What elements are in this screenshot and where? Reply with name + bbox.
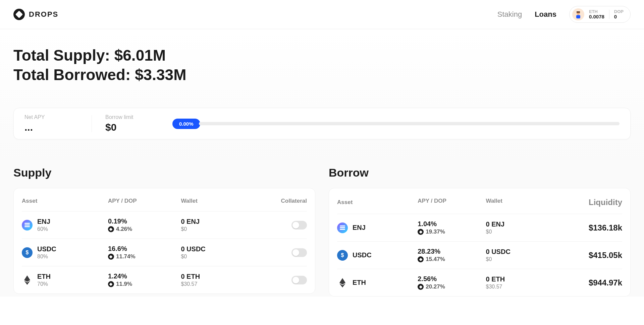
wallet-usd: $0 (181, 254, 260, 260)
asset-cell: ENJ (337, 222, 418, 233)
supply-row[interactable]: $USDC80%16.6%11.74%0 USDC$0 (22, 239, 307, 266)
wallet-cell: 0 ENJ$0 (181, 218, 260, 232)
wallet-amount: 0 ENJ (486, 220, 560, 228)
dop-value: 0 (614, 14, 624, 20)
net-apy-label: Net APY (24, 114, 78, 120)
dop-icon (418, 284, 424, 290)
eth-balance: ETH 0.0078 (589, 9, 604, 20)
supply-row[interactable]: ENJ60%0.19%4.26%0 ENJ$0 (22, 211, 307, 239)
svg-marker-3 (24, 275, 30, 282)
liquidity-cell: $415.05k (560, 251, 622, 260)
supply-header-asset: Asset (22, 198, 108, 204)
wallet-usd: $30.57 (486, 284, 560, 290)
wallet-amount: 0 USDC (181, 245, 260, 253)
nav-loans[interactable]: Loans (535, 10, 556, 19)
collateral-toggle[interactable] (291, 221, 307, 230)
dop-apy-value: 11.9% (108, 281, 181, 287)
apy-cell: 1.24%11.9% (108, 272, 181, 287)
wallet-cell: 0 ENJ$0 (486, 220, 560, 235)
drops-logo-icon (13, 9, 25, 20)
total-supply-label: Total Supply: (13, 47, 110, 64)
wallet-usd: $30.57 (181, 281, 260, 287)
progress-bar-track[interactable] (199, 122, 620, 125)
avatar-icon (572, 8, 584, 20)
asset-ratio: 70% (37, 281, 51, 287)
borrow-title: Borrow (329, 166, 631, 179)
wallet-amount: 0 ETH (181, 273, 260, 280)
asset-ratio: 80% (37, 254, 56, 260)
stats-card: Net APY ... Borrow limit $0 0.00% (13, 108, 631, 139)
supply-header-row: Asset APY / DOP Wallet Collateral (22, 195, 307, 211)
svg-rect-2 (576, 15, 580, 18)
app-header: DROPS Staking Loans ETH 0.0078 DOP 0 (0, 0, 644, 29)
supply-section: Supply Asset APY / DOP Wallet Collateral… (13, 166, 315, 297)
eth-value: 0.0078 (589, 14, 604, 20)
liquidity-cell: $944.97k (560, 278, 622, 287)
apy-cell: 16.6%11.74% (108, 245, 181, 260)
dop-apy-value: 20.27% (418, 283, 486, 290)
supply-row[interactable]: ETH70%1.24%11.9%0 ETH$30.57 (22, 266, 307, 294)
logo-group[interactable]: DROPS (13, 9, 58, 20)
asset-cell: ENJ60% (22, 218, 108, 232)
borrow-section: Borrow Asset APY / DOP Wallet Liquidity … (329, 166, 631, 297)
enj-icon (337, 222, 348, 233)
borrow-header-row: Asset APY / DOP Wallet Liquidity (337, 195, 622, 214)
wallet-usd: $0 (486, 256, 560, 262)
borrow-row[interactable]: ETH2.56%20.27%0 ETH$30.57$944.97k (337, 269, 622, 296)
borrow-limit-progress: 0.00% (172, 119, 620, 129)
apy-cell: 2.56%20.27% (418, 275, 486, 290)
asset-symbol: ETH (37, 273, 51, 280)
apy-value: 0.19% (108, 217, 181, 225)
main-content: Total Supply: $6.01M Total Borrowed: $3.… (0, 29, 644, 297)
asset-cell: $USDC (337, 250, 418, 261)
wallet-amount: 0 USDC (486, 248, 560, 256)
wallet-cell: 0 USDC$0 (486, 248, 560, 262)
asset-cell: $USDC80% (22, 245, 108, 260)
wallet-cell: 0 USDC$0 (181, 245, 260, 260)
apy-cell: 28.23%15.47% (418, 248, 486, 263)
asset-symbol: ETH (353, 279, 366, 286)
wallet-pill[interactable]: ETH 0.0078 DOP 0 (569, 6, 631, 23)
progress-percent-badge: 0.00% (172, 119, 200, 129)
total-supply-value: $6.01M (114, 47, 166, 64)
asset-symbol: ENJ (353, 224, 366, 232)
borrow-header-apy: APY / DOP (418, 198, 486, 207)
nav-right: Staking Loans ETH 0.0078 DOP 0 (497, 6, 631, 23)
wallet-amount: 0 ETH (486, 275, 560, 283)
borrow-limit-label: Borrow limit (105, 114, 159, 120)
net-apy-value: ... (24, 122, 78, 133)
borrow-header-wallet: Wallet (486, 198, 560, 207)
apy-cell: 1.04%19.37% (418, 220, 486, 235)
usdc-icon: $ (22, 247, 33, 258)
wallet-cell: 0 ETH$30.57 (181, 273, 260, 287)
collateral-toggle[interactable] (291, 276, 307, 284)
eth-icon (337, 277, 348, 288)
dop-icon (418, 229, 424, 235)
apy-cell: 0.19%4.26% (108, 217, 181, 233)
borrow-row[interactable]: ENJ1.04%19.37%0 ENJ$0$136.18k (337, 214, 622, 241)
supply-header-collateral: Collateral (261, 198, 307, 204)
tables-row: Supply Asset APY / DOP Wallet Collateral… (13, 166, 631, 297)
wallet-usd: $0 (181, 226, 260, 232)
dop-icon (418, 256, 424, 262)
wallet-usd: $0 (486, 229, 560, 235)
supply-title: Supply (13, 166, 315, 179)
wallet-amount: 0 ENJ (181, 218, 260, 225)
collateral-toggle[interactable] (291, 248, 307, 257)
dop-apy-value: 11.74% (108, 253, 181, 260)
total-supply-line: Total Supply: $6.01M (13, 46, 631, 65)
eth-label: ETH (589, 9, 604, 14)
apy-value: 2.56% (418, 275, 486, 283)
usdc-icon: $ (337, 250, 348, 261)
apy-value: 1.24% (108, 272, 181, 280)
dop-apy-value: 19.37% (418, 229, 486, 235)
borrow-row[interactable]: $USDC28.23%15.47%0 USDC$0$415.05k (337, 241, 622, 269)
svg-marker-5 (339, 278, 345, 284)
asset-symbol: USDC (353, 251, 372, 259)
borrow-limit-value: $0 (105, 122, 159, 133)
apy-value: 28.23% (418, 248, 486, 255)
asset-cell: ETH70% (22, 273, 108, 287)
nav-staking[interactable]: Staking (497, 10, 522, 19)
dop-apy-value: 4.26% (108, 226, 181, 233)
svg-rect-1 (577, 11, 580, 13)
